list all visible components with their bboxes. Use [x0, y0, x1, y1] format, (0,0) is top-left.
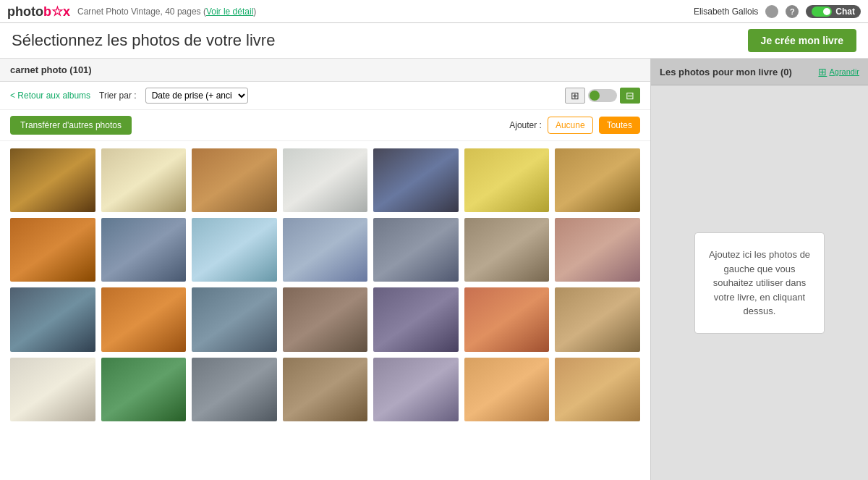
photo-thumb[interactable]: [10, 148, 95, 212]
help-icon[interactable]: ?: [786, 5, 799, 18]
photo-grid-row-2: [10, 218, 640, 282]
sort-label: Trier par :: [99, 90, 137, 101]
photo-thumb[interactable]: [464, 287, 550, 351]
back-to-albums-link[interactable]: < Retour aux albums: [10, 90, 90, 101]
agrandir-link[interactable]: ⊞ Agrandir: [818, 66, 859, 77]
photo-thumb[interactable]: [283, 358, 368, 421]
user-avatar-icon: [765, 5, 778, 18]
photo-thumb[interactable]: [192, 358, 277, 421]
photo-grid-wrapper[interactable]: [0, 141, 650, 480]
photo-thumb[interactable]: [101, 287, 187, 351]
list-view-button[interactable]: ⊞: [565, 88, 585, 104]
transfer-bar: Transférer d'autres photos Ajouter : Auc…: [0, 110, 650, 141]
photo-thumb[interactable]: [555, 148, 640, 212]
photo-grid-row-4: [10, 358, 640, 421]
photo-thumb[interactable]: [10, 287, 95, 351]
header-right: Elisabeth Gallois ? Chat: [694, 5, 861, 18]
logo[interactable]: photob☆x: [7, 4, 70, 20]
photo-thumb[interactable]: [283, 218, 368, 282]
photo-grid-row-3: [10, 287, 640, 351]
logo-box: b☆x: [43, 4, 70, 19]
chat-label: Chat: [835, 7, 855, 17]
photo-thumb[interactable]: [464, 218, 550, 282]
user-name: Elisabeth Gallois: [694, 7, 758, 17]
title-bar: Sélectionnez les photos de votre livre J…: [0, 23, 868, 59]
right-panel-body: Ajoutez ici les photos de gauche que vou…: [651, 85, 868, 480]
photo-thumb[interactable]: [10, 358, 95, 421]
add-none-button[interactable]: Aucune: [548, 117, 593, 134]
right-panel: Les photos pour mon livre (0) ⊞ Agrandir…: [651, 59, 868, 480]
photo-thumb[interactable]: [464, 148, 550, 212]
photo-thumb[interactable]: [101, 148, 187, 212]
toolbar: < Retour aux albums Trier par : Date de …: [0, 82, 650, 110]
view-icons: ⊞ ⊟: [565, 88, 640, 104]
photo-thumb[interactable]: [192, 148, 277, 212]
header: photob☆x Carnet Photo Vintage, 40 pages …: [0, 0, 868, 23]
logo-photo: photo: [7, 4, 43, 19]
main-layout: carnet photo (101) < Retour aux albums T…: [0, 59, 868, 480]
photo-thumb[interactable]: [373, 287, 459, 351]
chat-toggle-switch[interactable]: [812, 7, 832, 17]
photo-thumb[interactable]: [373, 218, 459, 282]
photo-thumb[interactable]: [192, 287, 277, 351]
breadcrumb: Carnet Photo Vintage, 40 pages (Voir le …: [77, 7, 256, 17]
empty-notice: Ajoutez ici les photos de gauche que vou…: [694, 232, 825, 334]
photo-thumb[interactable]: [373, 148, 459, 212]
chat-toggle[interactable]: Chat: [806, 5, 861, 18]
album-title: carnet photo (101): [10, 64, 92, 75]
page-title: Sélectionnez les photos de votre livre: [12, 31, 275, 50]
create-book-button-top[interactable]: Je crée mon livre: [748, 29, 856, 52]
photo-thumb[interactable]: [464, 358, 550, 421]
transfer-photos-button[interactable]: Transférer d'autres photos: [10, 116, 132, 135]
photo-thumb[interactable]: [192, 218, 277, 282]
photo-thumb[interactable]: [555, 218, 640, 282]
photo-thumb[interactable]: [283, 148, 368, 212]
right-panel-header: Les photos pour mon livre (0) ⊞ Agrandir: [651, 59, 868, 85]
photo-thumb[interactable]: [101, 218, 187, 282]
photo-grid-row-1: [10, 148, 640, 212]
photo-thumb[interactable]: [10, 218, 95, 282]
expand-icon: ⊞: [818, 66, 827, 77]
grid-view-button[interactable]: ⊟: [620, 88, 640, 104]
header-left: photob☆x Carnet Photo Vintage, 40 pages …: [7, 4, 256, 20]
add-controls: Ajouter : Aucune Toutes: [509, 117, 640, 134]
photo-thumb[interactable]: [373, 358, 459, 421]
album-header: carnet photo (101): [0, 59, 650, 82]
photo-thumb[interactable]: [101, 358, 187, 421]
left-panel: carnet photo (101) < Retour aux albums T…: [0, 59, 651, 480]
add-label: Ajouter :: [509, 120, 542, 130]
breadcrumb-link[interactable]: Voir le détail: [206, 7, 253, 17]
photo-thumb[interactable]: [555, 358, 640, 421]
right-panel-title: Les photos pour mon livre (0): [660, 67, 792, 77]
slider-view[interactable]: [588, 89, 617, 102]
sort-select[interactable]: Date de prise (+ anci: [145, 88, 248, 104]
photo-thumb[interactable]: [555, 287, 640, 351]
add-all-button[interactable]: Toutes: [599, 117, 640, 134]
photo-thumb[interactable]: [283, 287, 368, 351]
